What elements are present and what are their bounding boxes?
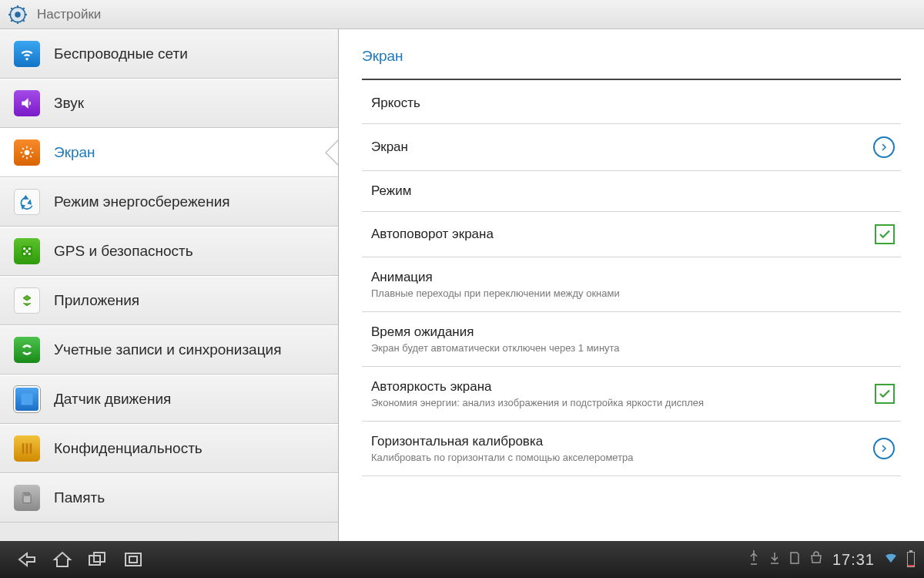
speaker-icon xyxy=(14,90,40,116)
svg-rect-34 xyxy=(126,553,141,566)
header-bar: Настройки xyxy=(0,0,924,29)
row-brightness[interactable]: Яркость xyxy=(362,83,901,124)
sidebar-item-display[interactable]: Экран xyxy=(0,128,338,177)
svg-point-21 xyxy=(28,247,31,250)
svg-point-1 xyxy=(15,12,21,18)
system-navigation-bar: 17:31 xyxy=(0,541,924,578)
sidebar-item-wireless[interactable]: Беспроводные сети xyxy=(0,29,338,79)
panel-title: Экран xyxy=(362,48,901,80)
apps-icon xyxy=(14,287,40,314)
header-title: Настройки xyxy=(37,7,101,22)
sidebar-item-sound[interactable]: Звук xyxy=(0,79,338,128)
svg-line-16 xyxy=(30,156,32,157)
svg-rect-25 xyxy=(22,394,33,405)
sidebar-item-applications[interactable]: Приложения xyxy=(0,276,338,325)
row-subtitle: Плавные переходы при переключении между … xyxy=(371,287,895,299)
sidebar-item-motion-sensor[interactable]: Датчик движения xyxy=(0,375,338,424)
svg-line-15 xyxy=(22,148,24,150)
svg-line-7 xyxy=(23,19,25,21)
svg-point-10 xyxy=(25,150,30,156)
settings-gear-icon xyxy=(8,5,28,25)
sidebar-item-label: Экран xyxy=(54,144,95,161)
sidebar-item-label: Память xyxy=(54,489,105,506)
row-mode[interactable]: Режим xyxy=(362,171,901,212)
row-timeout[interactable]: Время ожидания Экран будет автоматически… xyxy=(362,312,901,367)
row-title: Анимация xyxy=(371,270,895,285)
gps-icon xyxy=(14,238,40,264)
svg-point-20 xyxy=(23,247,25,250)
sidebar-item-label: Звук xyxy=(54,95,84,112)
clock: 17:31 xyxy=(832,551,875,569)
sidebar-item-label: Датчик движения xyxy=(54,391,171,408)
checkbox-checked-icon[interactable] xyxy=(875,224,895,244)
svg-line-9 xyxy=(23,8,25,9)
wifi-icon xyxy=(14,41,40,67)
row-subtitle: Экран будет автоматически отключен через… xyxy=(371,342,895,354)
sidebar-item-accounts-sync[interactable]: Учетные записи и синхронизация xyxy=(0,325,338,375)
row-title: Яркость xyxy=(371,96,895,111)
chevron-right-icon[interactable] xyxy=(873,136,895,158)
sidebar-item-label: GPS и безопасность xyxy=(54,243,193,260)
market-icon xyxy=(809,551,823,568)
row-auto-rotate[interactable]: Автоповорот экрана xyxy=(362,212,901,257)
wifi-status-icon xyxy=(884,552,898,567)
row-title: Горизонтальная калибровка xyxy=(371,434,873,449)
download-icon xyxy=(769,551,780,568)
checkbox-checked-icon[interactable] xyxy=(875,384,895,404)
home-button[interactable] xyxy=(45,541,80,578)
svg-rect-35 xyxy=(129,556,137,563)
sidebar-item-label: Конфиденциальность xyxy=(54,440,203,457)
svg-line-17 xyxy=(22,156,24,157)
row-title: Время ожидания xyxy=(371,324,895,340)
recycle-icon xyxy=(14,189,40,215)
row-auto-brightness[interactable]: Автояркость экрана Экономия энергии: ана… xyxy=(362,367,901,422)
svg-line-8 xyxy=(11,19,12,21)
sd-card-icon xyxy=(14,485,40,511)
motion-icon xyxy=(14,386,40,412)
sidebar-item-power-saving[interactable]: Режим энергосбережения xyxy=(0,177,338,227)
brightness-icon xyxy=(14,139,40,166)
sidebar-item-privacy[interactable]: Конфиденциальность xyxy=(0,424,338,473)
row-subtitle: Калибровать по горизонтали с помощью акс… xyxy=(371,452,873,463)
sidebar-item-label: Беспроводные сети xyxy=(54,45,188,62)
battery-icon xyxy=(907,552,915,567)
svg-point-22 xyxy=(23,253,25,255)
usb-icon xyxy=(748,550,760,569)
sidebar-item-gps-security[interactable]: GPS и безопасность xyxy=(0,227,338,276)
svg-line-6 xyxy=(11,8,12,9)
sidebar-item-label: Учетные записи и синхронизация xyxy=(54,341,281,358)
sidebar-item-storage[interactable]: Память xyxy=(0,473,338,523)
row-title: Автоповорот экрана xyxy=(371,227,875,242)
recent-apps-button[interactable] xyxy=(80,541,116,578)
chevron-right-icon[interactable] xyxy=(873,438,895,459)
row-title: Автояркость экрана xyxy=(371,379,875,395)
status-area[interactable]: 17:31 xyxy=(748,550,915,569)
sd-card-status-icon xyxy=(789,551,800,568)
back-button[interactable] xyxy=(9,541,45,578)
screenshot-button[interactable] xyxy=(116,541,151,578)
svg-line-18 xyxy=(30,148,32,150)
row-horizontal-calibration[interactable]: Горизонтальная калибровка Калибровать по… xyxy=(362,422,901,476)
sidebar-item-label: Режим энергосбережения xyxy=(54,193,230,210)
row-title: Режим xyxy=(371,183,895,199)
row-screen[interactable]: Экран xyxy=(362,124,901,171)
content-panel: Экран Яркость Экран Режим Автоповорот эк… xyxy=(339,29,924,541)
svg-point-23 xyxy=(28,253,31,255)
sidebar-item-label: Приложения xyxy=(54,292,139,309)
row-subtitle: Экономия энергии: анализ изображения и п… xyxy=(371,397,875,408)
row-title: Экран xyxy=(371,139,873,155)
sync-icon xyxy=(14,337,40,363)
fence-icon xyxy=(14,435,40,462)
row-animation[interactable]: Анимация Плавные переходы при переключен… xyxy=(362,257,901,312)
sidebar: Беспроводные сети Звук Экран Режим энерг… xyxy=(0,29,339,541)
svg-point-24 xyxy=(25,250,28,252)
